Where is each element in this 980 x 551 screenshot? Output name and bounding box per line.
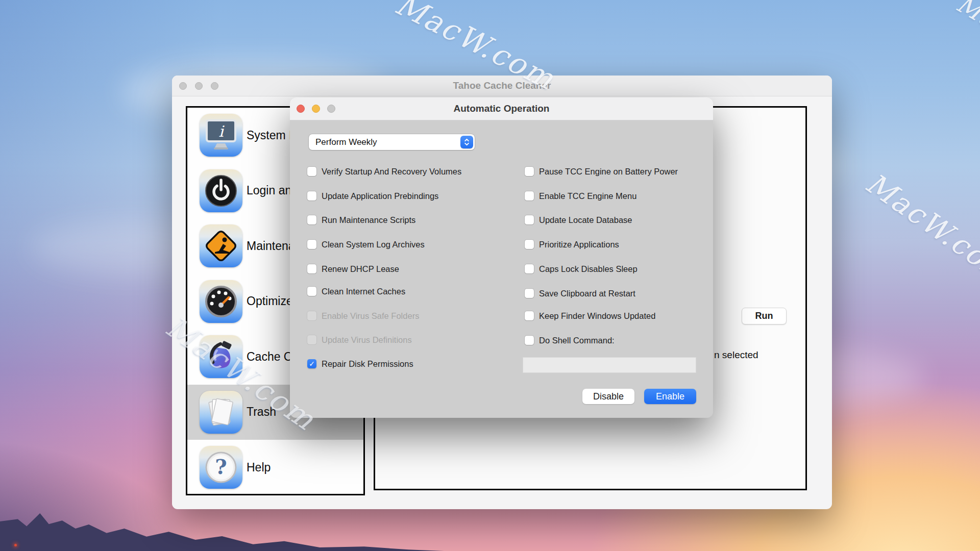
- option-row: Update Locate Database: [525, 214, 632, 226]
- option-row: ✓ Repair Disk Permissions: [307, 358, 413, 369]
- option-row: Update Virus Definitions: [307, 334, 412, 345]
- checkbox[interactable]: [525, 215, 534, 224]
- checkbox-label: Enable TCC Engine Menu: [539, 191, 636, 201]
- checkbox-label: Keep Finder Windows Updated: [539, 311, 655, 321]
- sidebar-item-label: Cache C: [247, 350, 292, 364]
- option-row: Prioritize Applications: [525, 239, 619, 250]
- checkbox-label: Pause TCC Engine on Battery Power: [539, 167, 678, 177]
- svg-text:?: ?: [215, 455, 227, 479]
- question-mark-icon: ?: [200, 446, 242, 489]
- checkbox-label: Repair Disk Permissions: [322, 359, 413, 369]
- vacuum-icon: [200, 335, 242, 378]
- checkbox[interactable]: [307, 215, 316, 224]
- enable-button[interactable]: Enable: [644, 389, 696, 404]
- option-row: Update Application Prebindings: [307, 190, 438, 202]
- checkbox[interactable]: [525, 240, 534, 249]
- option-row: Do Shell Command:: [525, 335, 615, 346]
- checkbox-label: Clean System Log Archives: [322, 240, 425, 249]
- chevron-up-down-icon: [460, 136, 473, 148]
- main-window-titlebar[interactable]: Tahoe Cache Cleaner: [172, 76, 832, 96]
- checkbox[interactable]: [525, 191, 534, 201]
- option-row: Enable Virus Safe Folders: [307, 310, 419, 321]
- power-icon: [200, 169, 242, 212]
- system-info-icon: i: [200, 114, 242, 157]
- checkbox[interactable]: [525, 311, 534, 320]
- checkbox-label: Caps Lock Disables Sleep: [539, 264, 638, 274]
- checkbox-label: Verify Startup And Recovery Volumes: [322, 167, 461, 177]
- checkbox[interactable]: [307, 191, 316, 201]
- sidebar-item-label: Maintena: [247, 239, 295, 253]
- checkbox-label: Run Maintenance Scripts: [322, 215, 415, 225]
- checkbox-label: Update Locate Database: [539, 215, 632, 225]
- checkbox[interactable]: [525, 167, 534, 176]
- schedule-select-value: Perform Weekly: [309, 137, 460, 147]
- checkbox[interactable]: [525, 264, 534, 273]
- option-row: Clean Internet Caches: [307, 286, 405, 297]
- sidebar-item-label: Trash: [247, 405, 276, 419]
- run-button[interactable]: Run: [742, 308, 787, 324]
- desktop: Tahoe Cache Cleaner i System I: [0, 0, 980, 551]
- disable-button[interactable]: Disable: [582, 389, 634, 404]
- sidebar-item-label: Login an: [247, 184, 291, 197]
- gauge-icon: [200, 280, 242, 323]
- checkbox[interactable]: [307, 264, 316, 273]
- checkbox-checked[interactable]: ✓: [307, 359, 316, 368]
- checkbox-label: Enable Virus Safe Folders: [322, 311, 419, 321]
- checkbox[interactable]: [525, 289, 534, 298]
- option-row: Renew DHCP Lease: [307, 263, 399, 274]
- selected-count-text: n selected: [714, 349, 758, 361]
- sidebar-item-help[interactable]: ? Help: [187, 440, 363, 495]
- option-row: Clean System Log Archives: [307, 239, 425, 250]
- option-row: Enable TCC Engine Menu: [525, 190, 636, 202]
- dialog-title: Automatic Operation: [290, 97, 713, 120]
- check-icon: ✓: [309, 360, 315, 367]
- checkbox[interactable]: [525, 336, 534, 345]
- mountain-light: [14, 544, 17, 546]
- option-row: Pause TCC Engine on Battery Power: [525, 166, 678, 177]
- checkbox-label: Prioritize Applications: [539, 240, 619, 249]
- option-row: Keep Finder Windows Updated: [525, 310, 655, 321]
- automatic-operation-dialog: Automatic Operation Perform Weekly Verif…: [290, 97, 713, 418]
- checkbox[interactable]: [307, 167, 316, 176]
- checkbox-label: Renew DHCP Lease: [322, 264, 399, 274]
- checkbox[interactable]: [307, 240, 316, 249]
- option-row: Save Clipboard at Restart: [525, 288, 635, 299]
- checkbox-label: Clean Internet Caches: [322, 287, 405, 296]
- construction-sign-icon: [200, 224, 242, 267]
- option-row: Run Maintenance Scripts: [307, 214, 415, 226]
- schedule-select[interactable]: Perform Weekly: [309, 134, 475, 150]
- shell-command-input[interactable]: [523, 357, 696, 373]
- checkbox[interactable]: [307, 287, 316, 296]
- sidebar-item-label: Optimize: [247, 294, 293, 308]
- option-row: Caps Lock Disables Sleep: [525, 263, 638, 274]
- checkbox-label: Update Virus Definitions: [322, 335, 412, 345]
- dialog-titlebar[interactable]: Automatic Operation: [290, 97, 713, 120]
- main-window-title: Tahoe Cache Cleaner: [172, 76, 832, 96]
- sidebar-item-label: System I: [247, 129, 292, 142]
- checkbox-label: Save Clipboard at Restart: [539, 289, 635, 298]
- trash-papers-icon: [200, 391, 242, 434]
- checkbox: [307, 335, 316, 344]
- checkbox: [307, 311, 316, 320]
- option-row: Verify Startup And Recovery Volumes: [307, 166, 461, 177]
- checkbox-label: Do Shell Command:: [539, 336, 615, 345]
- checkbox-label: Update Application Prebindings: [322, 191, 438, 201]
- sidebar-item-label: Help: [247, 461, 271, 474]
